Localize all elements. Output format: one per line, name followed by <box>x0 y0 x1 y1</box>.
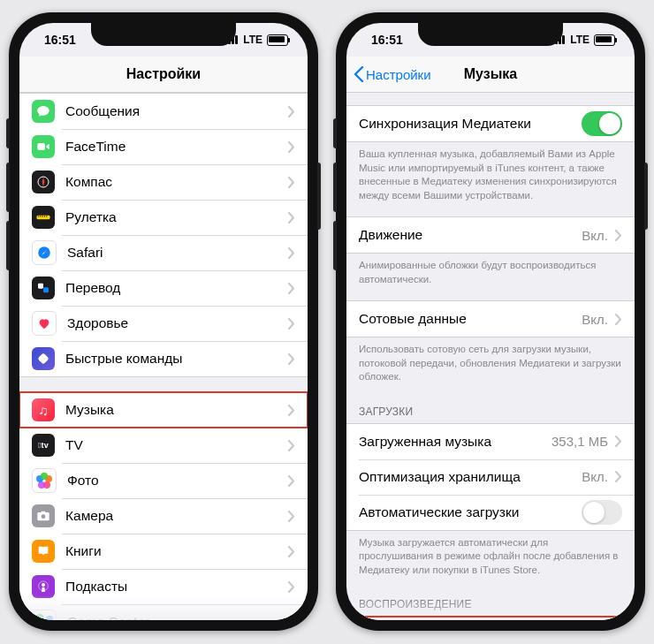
row-value: Вкл. <box>582 469 608 484</box>
row-label: Рулетка <box>65 209 288 225</box>
group-header: Загрузки <box>346 398 635 423</box>
phone-settings-root: 16:51 LTE Настройки <box>9 12 318 631</box>
row-label: Фото <box>67 473 288 489</box>
phone-music-settings: 16:51 LTE Настройки Музыка <box>336 12 645 631</box>
row-auto-downloads[interactable]: Автоматические загрузки <box>346 495 635 530</box>
group-footer: Анимированные обложки будут воспроизводи… <box>346 254 635 286</box>
row-downloaded-music[interactable]: Загруженная музыка 353,1 МБ <box>346 424 635 459</box>
status-time: 16:51 <box>371 33 403 47</box>
chevron-right-icon <box>615 314 622 325</box>
navbar: Настройки Музыка <box>346 57 635 93</box>
row-measure[interactable]: Рулетка <box>19 200 308 235</box>
chevron-right-icon <box>288 106 295 117</box>
podcasts-icon <box>32 575 55 598</box>
row-photos[interactable]: Фото <box>19 463 308 498</box>
svg-rect-6 <box>37 352 49 364</box>
chevron-right-icon <box>288 475 295 487</box>
chevron-right-icon <box>615 436 622 447</box>
row-label: Game Center <box>67 614 288 620</box>
chevron-right-icon <box>615 471 622 482</box>
group-header: Воспроизведение <box>346 591 635 616</box>
messages-icon <box>32 100 55 123</box>
row-label: Музыка <box>65 402 288 418</box>
chevron-right-icon <box>288 141 295 153</box>
row-podcasts[interactable]: Подкасты <box>19 569 308 604</box>
row-optimize-storage[interactable]: Оптимизация хранилища Вкл. <box>346 459 635 495</box>
auto-downloads-switch[interactable] <box>582 500 622 525</box>
chevron-right-icon <box>288 405 295 416</box>
chevron-right-icon <box>288 440 295 451</box>
row-messages[interactable]: Сообщения <box>19 94 308 129</box>
row-equalizer[interactable]: Эквалайзер Выкл. <box>346 617 635 620</box>
chevron-right-icon <box>288 546 295 557</box>
compass-icon <box>32 170 55 193</box>
row-motion[interactable]: Движение Вкл. <box>346 217 635 253</box>
network-label: LTE <box>570 34 589 46</box>
row-tv[interactable]: tv TV <box>19 428 308 463</box>
row-translate[interactable]: Перевод <box>19 270 308 306</box>
chevron-right-icon <box>288 511 295 522</box>
row-label: Safari <box>67 245 288 261</box>
row-label: Камера <box>65 508 288 524</box>
row-label: TV <box>65 437 288 453</box>
row-health[interactable]: Здоровье <box>19 306 308 341</box>
chevron-right-icon <box>288 353 295 365</box>
chevron-right-icon <box>288 318 295 330</box>
row-label: FaceTime <box>65 139 288 155</box>
network-label: LTE <box>243 34 262 46</box>
row-facetime[interactable]: FaceTime <box>19 129 308 164</box>
notch <box>91 23 236 46</box>
settings-list[interactable]: Сообщения FaceTime <box>19 93 308 620</box>
row-label: Загруженная музыка <box>359 434 551 450</box>
chevron-right-icon <box>288 177 295 188</box>
battery-icon <box>594 34 615 46</box>
facetime-icon <box>32 135 55 158</box>
photos-icon <box>32 468 57 493</box>
row-label: Компас <box>65 174 288 190</box>
row-label: Здоровье <box>67 315 288 331</box>
sync-library-switch[interactable] <box>582 111 622 136</box>
row-safari[interactable]: Safari <box>19 235 308 270</box>
row-label: Подкасты <box>65 579 288 595</box>
row-label: Оптимизация хранилища <box>359 469 582 485</box>
notch <box>418 23 563 46</box>
chevron-right-icon <box>288 283 295 294</box>
shortcuts-icon <box>32 347 55 370</box>
row-label: Синхронизация Медиатеки <box>359 116 582 132</box>
navbar-title: Настройки <box>126 66 201 82</box>
row-label: Перевод <box>65 280 288 296</box>
row-label: Автоматические загрузки <box>359 504 582 520</box>
row-music[interactable]: ♫ Музыка <box>19 392 308 428</box>
row-camera[interactable]: Камера <box>19 498 308 534</box>
svg-point-8 <box>42 583 45 587</box>
group-footer: Музыка загружается автоматически для про… <box>346 531 635 578</box>
row-value: 353,1 МБ <box>551 434 608 449</box>
safari-icon <box>32 240 57 265</box>
row-compass[interactable]: Компас <box>19 164 308 200</box>
navbar-title: Музыка <box>464 66 518 82</box>
row-label: Книги <box>65 543 288 559</box>
measure-icon <box>32 206 55 229</box>
group-footer: Ваша купленная музыка, добавляемый Вами … <box>346 142 635 202</box>
row-shortcuts[interactable]: Быстрые команды <box>19 341 308 376</box>
chevron-right-icon <box>288 212 295 224</box>
row-cellular[interactable]: Сотовые данные Вкл. <box>346 301 635 337</box>
row-label: Сообщения <box>65 103 288 119</box>
row-books[interactable]: Книги <box>19 534 308 569</box>
music-settings-list[interactable]: Синхронизация Медиатеки Ваша купленная м… <box>346 93 635 620</box>
row-gamecenter[interactable]: Game Center <box>19 604 308 620</box>
row-sync-library[interactable]: Синхронизация Медиатеки <box>346 106 635 141</box>
back-button[interactable]: Настройки <box>354 66 431 82</box>
chevron-right-icon <box>288 247 295 259</box>
svg-rect-0 <box>37 143 45 150</box>
svg-rect-4 <box>38 284 43 289</box>
books-icon <box>32 540 55 563</box>
chevron-right-icon <box>615 230 622 241</box>
battery-icon <box>267 34 288 46</box>
row-label: Быстрые команды <box>65 351 288 367</box>
status-time: 16:51 <box>44 33 76 47</box>
back-label: Настройки <box>366 67 431 82</box>
tv-icon: tv <box>32 434 55 457</box>
music-icon: ♫ <box>32 398 55 421</box>
health-icon <box>32 311 57 336</box>
